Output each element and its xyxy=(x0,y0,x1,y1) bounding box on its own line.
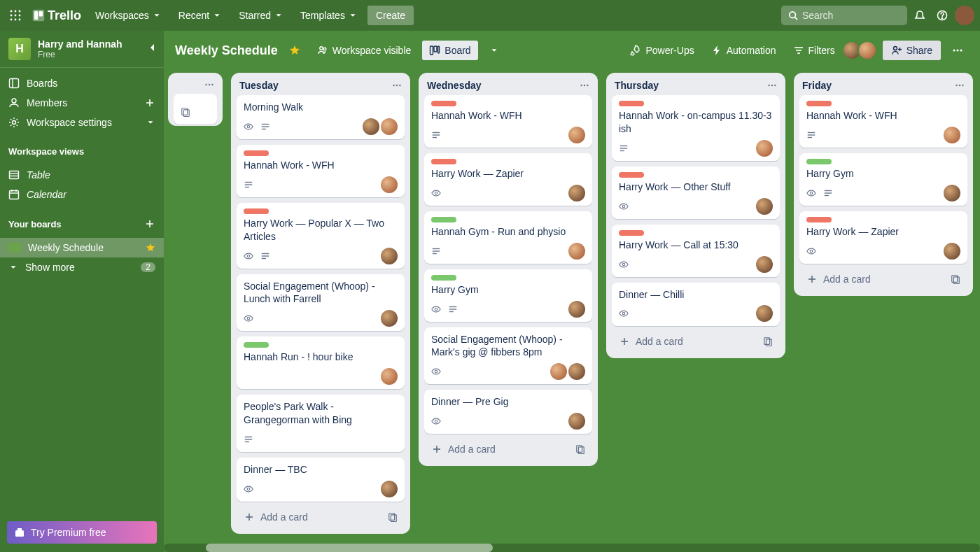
member-avatar[interactable] xyxy=(568,413,585,430)
member-avatar[interactable] xyxy=(568,243,585,260)
member-avatar[interactable] xyxy=(568,127,585,143)
add-card-button[interactable]: Add a card xyxy=(799,268,967,290)
trello-logo[interactable]: Trello xyxy=(28,4,85,27)
sidebar-view-calendar[interactable]: Calendar xyxy=(0,185,164,204)
help-icon[interactable] xyxy=(932,6,952,25)
member-avatar[interactable] xyxy=(756,198,773,215)
search-input[interactable] xyxy=(802,10,900,21)
card[interactable]: Dinner — Chilli xyxy=(612,283,780,327)
user-avatar[interactable] xyxy=(955,6,974,25)
template-icon[interactable] xyxy=(951,274,960,284)
board-members[interactable] xyxy=(846,41,877,60)
try-premium-button[interactable]: Try Premium free xyxy=(7,521,157,544)
scrollbar-thumb[interactable] xyxy=(206,544,493,552)
sidebar-view-table[interactable]: Table xyxy=(0,165,164,185)
card[interactable]: Dinner — Pre Gig xyxy=(424,390,592,434)
add-card-button[interactable]: Add a card xyxy=(424,438,592,460)
list-menu-icon[interactable] xyxy=(955,80,965,90)
member-avatar[interactable] xyxy=(568,363,585,380)
member-avatar[interactable] xyxy=(381,310,398,327)
powerups-button[interactable]: Power-Ups xyxy=(624,41,699,60)
member-avatar[interactable] xyxy=(568,301,585,318)
board-view-switch[interactable]: Board xyxy=(422,41,477,60)
card[interactable]: Harry Work — Zapier xyxy=(799,211,967,264)
label-green[interactable] xyxy=(431,217,456,222)
nav-templates[interactable]: Templates xyxy=(293,6,365,25)
label-green[interactable] xyxy=(431,275,456,281)
horizontal-scrollbar[interactable] xyxy=(164,544,980,552)
card[interactable]: Hannah Work - WFH xyxy=(237,145,405,197)
automation-button[interactable]: Automation xyxy=(706,41,782,60)
card[interactable]: Dinner — TBC xyxy=(237,458,405,502)
star-board-button[interactable] xyxy=(284,41,306,60)
nav-workspaces[interactable]: Workspaces xyxy=(88,6,169,25)
card[interactable]: Hannah Run - ! hour bike xyxy=(237,337,405,389)
card[interactable]: Social Engagement (Whoop) - Mark's gig @… xyxy=(424,327,592,385)
card[interactable]: Morning Walk xyxy=(237,95,405,139)
member-avatar[interactable] xyxy=(944,127,960,143)
label-red[interactable] xyxy=(431,159,456,164)
member-avatar[interactable] xyxy=(381,481,398,497)
list-title[interactable]: Tuesday xyxy=(239,80,392,91)
notifications-icon[interactable] xyxy=(910,6,930,25)
list-menu-icon[interactable] xyxy=(392,80,402,90)
member-avatar[interactable] xyxy=(568,185,585,201)
card[interactable] xyxy=(174,94,217,125)
card[interactable]: Hannah Work - WFH xyxy=(799,95,967,148)
member-avatar[interactable] xyxy=(381,368,398,385)
label-green[interactable] xyxy=(244,342,269,348)
member-avatar[interactable] xyxy=(756,305,773,322)
member-avatar[interactable] xyxy=(381,176,398,193)
list-title[interactable]: Wednesday xyxy=(427,80,580,91)
chevron-down-icon[interactable] xyxy=(146,118,155,127)
star-icon[interactable] xyxy=(146,243,155,253)
sidebar-item-members[interactable]: Members xyxy=(0,93,164,113)
label-red[interactable] xyxy=(619,172,644,178)
sidebar-item-boards[interactable]: Boards xyxy=(0,73,164,93)
sidebar-show-more[interactable]: Show more 2 xyxy=(0,257,164,277)
filters-button[interactable]: Filters xyxy=(788,41,841,60)
template-icon[interactable] xyxy=(763,337,773,346)
member-avatar[interactable] xyxy=(756,140,773,157)
card[interactable]: Harry Gym xyxy=(424,269,592,322)
apps-menu-icon[interactable] xyxy=(6,6,25,25)
add-card-button[interactable]: Add a card xyxy=(237,506,405,528)
list-menu-icon[interactable] xyxy=(767,80,777,90)
label-red[interactable] xyxy=(619,230,644,236)
create-button[interactable]: Create xyxy=(368,6,414,25)
list-title[interactable]: Friday xyxy=(802,80,955,91)
card[interactable]: Harry Gym xyxy=(799,153,967,206)
card[interactable]: Hannah Work - WFH xyxy=(424,95,592,148)
board-title[interactable]: Weekly Schedule xyxy=(175,43,278,58)
label-red[interactable] xyxy=(431,101,456,106)
member-avatar[interactable] xyxy=(944,243,960,260)
member-avatar[interactable] xyxy=(381,248,398,264)
member-avatar[interactable] xyxy=(550,363,567,380)
member-avatar[interactable] xyxy=(381,118,398,135)
label-red[interactable] xyxy=(806,217,832,222)
member-avatar[interactable] xyxy=(944,185,960,201)
list-menu-icon[interactable] xyxy=(580,80,589,90)
workspace-header[interactable]: H Harry and Hannah Free xyxy=(0,31,164,68)
label-red[interactable] xyxy=(806,101,832,106)
card[interactable]: Social Engagement (Whoop) - Lunch with F… xyxy=(237,274,405,332)
member-avatar[interactable] xyxy=(363,118,379,135)
sidebar-board-weekly-schedule[interactable]: Weekly Schedule xyxy=(0,238,164,257)
card[interactable]: Harry Work — Popular X — Two Articles xyxy=(237,203,405,269)
nav-starred[interactable]: Starred xyxy=(232,6,290,25)
search-box[interactable] xyxy=(781,6,907,25)
share-button[interactable]: Share xyxy=(883,41,941,60)
card[interactable]: Harry Work — Zapier xyxy=(424,153,592,206)
view-switch-chevron[interactable] xyxy=(484,41,505,59)
sidebar-item-settings[interactable]: Workspace settings xyxy=(0,113,164,132)
add-member-icon[interactable] xyxy=(144,97,155,108)
add-card-button[interactable]: Add a card xyxy=(612,330,780,353)
label-green[interactable] xyxy=(806,159,832,164)
nav-recent[interactable]: Recent xyxy=(172,6,229,25)
sidebar-collapse-icon[interactable] xyxy=(147,42,158,53)
card[interactable]: Harry Work — Other Stuff xyxy=(612,167,780,219)
card[interactable]: Hannah Work - on-campus 11.30-3 ish xyxy=(612,95,780,161)
list-title[interactable]: Thursday xyxy=(615,80,767,91)
lists-container[interactable]: Tuesday Morning WalkHannah Work - WFHHar… xyxy=(164,70,980,552)
card[interactable]: Harry Work — Call at 15:30 xyxy=(612,225,780,277)
